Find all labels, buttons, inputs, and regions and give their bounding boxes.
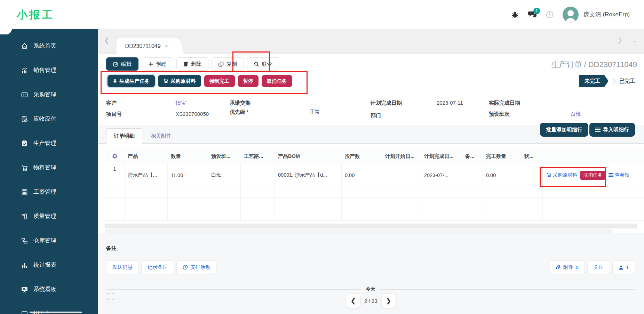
table-row-empty [105, 209, 644, 221]
delete-button[interactable]: 删除 [176, 57, 208, 71]
table-row-empty [105, 198, 644, 209]
header-qty[interactable]: 数量 [168, 153, 208, 160]
customer-value[interactable]: 怡宝 [176, 100, 186, 106]
sidebar-item-finance[interactable]: 应收应付 [0, 107, 98, 131]
pause-button[interactable]: 暂停 [238, 75, 259, 87]
record-actions: 生成生产任务 采购原材料 强制完工 暂停 取消任务 [108, 75, 292, 87]
force-finish-button[interactable]: 强制完工 [204, 75, 235, 87]
messages-icon[interactable]: 1 [528, 10, 537, 19]
section-divider [98, 95, 644, 95]
production-clipboard-icon [21, 140, 28, 147]
table-row[interactable]: 1 演示产品【... 11.00 白班 00001: 演示产品【d... 0.0… [105, 164, 644, 186]
header-finish-qty[interactable]: 完工数量 [483, 153, 521, 160]
document-tab-title: DD230711049 [125, 43, 161, 49]
status-stepper: 未完工 已完工 [579, 75, 644, 87]
pagination: ❮ 2 / 23 ❯ [98, 294, 644, 308]
row-view-link[interactable]: 查看投 [609, 172, 629, 178]
follow-button[interactable]: 关注 [587, 260, 610, 274]
document-tab[interactable]: DD230711049 × [117, 38, 176, 54]
batch-add-rows-button[interactable]: 批量添加明细行 [540, 123, 588, 137]
tab-order-detail[interactable]: 订单明细 [106, 128, 142, 144]
breadcrumb: 生产订单 / DD230711049 [551, 59, 637, 70]
table-scrollbar-thumb[interactable] [105, 229, 613, 233]
header-shift[interactable]: 预设班... [208, 153, 241, 160]
shift-value[interactable]: 白班 [571, 111, 581, 118]
row-cancel-task-button[interactable]: 取消任务 [580, 171, 605, 180]
arrow-down-icon [113, 79, 117, 83]
header-status[interactable]: 状... [521, 153, 543, 160]
cell-status [521, 164, 543, 186]
warehouse-boxes-icon [21, 237, 28, 244]
tab-scroll-left-icon[interactable]: ❮ [104, 37, 109, 44]
pager-prev-button[interactable]: ❮ [346, 294, 360, 308]
column-settings-gear-icon[interactable] [105, 153, 125, 159]
sidebar-item-production[interactable]: 生产管理 [0, 131, 98, 155]
dept-label: 部门 [371, 112, 381, 119]
followers-button[interactable]: 1 [612, 260, 635, 274]
attachments-button[interactable]: 附件 0 [550, 260, 585, 274]
header-product[interactable]: 产品 [125, 153, 168, 160]
cart-icon [547, 173, 551, 177]
row-actions: 采购原材料 取消任务 查看投 [546, 171, 629, 180]
sidebar-item-purchase[interactable]: 采购管理 [0, 82, 98, 107]
sidebar-item-dashboard[interactable]: 系统看板 [0, 277, 98, 301]
message-count-badge: 1 [533, 8, 540, 14]
header-route[interactable]: 工艺路... [241, 153, 275, 160]
header-plan-start[interactable]: 计划开始日... [382, 153, 421, 160]
cell-plan-start [382, 164, 421, 186]
list-icon [595, 128, 601, 132]
pager-next-button[interactable]: ❯ [382, 294, 396, 308]
cell-bom: 00001: 演示产品【d... [275, 164, 342, 186]
header-input-qty[interactable]: 投产数 [342, 153, 382, 160]
status-step-finished[interactable]: 已完工 [619, 78, 644, 84]
copy-button[interactable]: 复制 [212, 57, 244, 71]
tab-attachments[interactable]: 相关附件 [143, 128, 179, 144]
row-purchase-material-link[interactable]: 采购原材料 [547, 172, 577, 178]
sidebar-item-quality[interactable]: 质量管理 [0, 204, 98, 228]
app-logo: 小报工 [17, 8, 54, 22]
clock-icon [183, 265, 188, 270]
log-note-button[interactable]: 记录备注 [141, 260, 174, 274]
import-rows-button[interactable]: 导入明细行 [589, 123, 635, 137]
user-avatar[interactable] [563, 7, 579, 23]
edit-button[interactable]: 编辑 [106, 57, 138, 71]
cell-plan-finish: 2023-07-... [421, 164, 462, 186]
work-terminal-icon [21, 310, 28, 314]
header-bom[interactable]: 产品BOM [275, 153, 342, 160]
header-remark[interactable]: 备... [462, 153, 483, 160]
search-icon [254, 62, 259, 67]
cancel-task-button[interactable]: 取消任务 [262, 75, 292, 87]
finance-clipboard-icon [21, 115, 28, 123]
status-step-unfinished[interactable]: 未完工 [579, 75, 609, 87]
send-message-button[interactable]: 发送消息 [106, 260, 139, 274]
sidebar-item-warehouse[interactable]: 仓库管理 [0, 228, 98, 253]
sidebar-nav: 系统首页 销售管理 采购管理 应收应付 生产管理 物料管理 工资管理 质量管理 [0, 29, 98, 314]
sales-chart-icon [21, 67, 28, 74]
expand-corners-icon[interactable] [108, 293, 114, 300]
sidebar-item-report[interactable]: 统计报表 [0, 253, 98, 277]
sidebar-item-sales[interactable]: 销售管理 [0, 58, 98, 82]
tab-scroll-right-icon[interactable]: ❯ [617, 37, 622, 44]
material-cart-icon [21, 164, 28, 171]
sidebar-scrollbar[interactable] [30, 312, 82, 313]
close-icon[interactable]: × [165, 43, 168, 49]
sidebar-item-material[interactable]: 物料管理 [0, 155, 98, 180]
sidebar-item-salary[interactable]: 工资管理 [0, 180, 98, 204]
order-lines-table: 产品 数量 预设班... 工艺路... 产品BOM 投产数 计划开始日... 计… [105, 148, 644, 221]
create-button[interactable]: 创建 [142, 57, 173, 71]
user-name[interactable]: 庞文清 (RokeErp) [583, 10, 630, 18]
generate-task-button[interactable]: 生成生产任务 [108, 75, 155, 87]
pencil-icon [113, 62, 118, 67]
bug-icon[interactable] [510, 10, 519, 19]
schedule-activity-button[interactable]: 安排活动 [176, 260, 217, 274]
purchase-card-icon [21, 91, 28, 98]
tab-list-dropdown-icon[interactable]: ⌄ [632, 37, 637, 44]
top-bar: 小报工 1 庞文清 [0, 0, 644, 29]
list-icon [609, 173, 613, 177]
sidebar-item-home[interactable]: 系统首页 [0, 34, 98, 58]
link-search-button[interactable]: 联查 [247, 57, 279, 71]
promise-date-label: 承诺交期 [230, 100, 251, 106]
activity-clock-icon[interactable] [545, 10, 554, 19]
purchase-material-button[interactable]: 采购原材料 [158, 75, 201, 87]
header-plan-finish[interactable]: 计划完成日... [421, 153, 462, 160]
